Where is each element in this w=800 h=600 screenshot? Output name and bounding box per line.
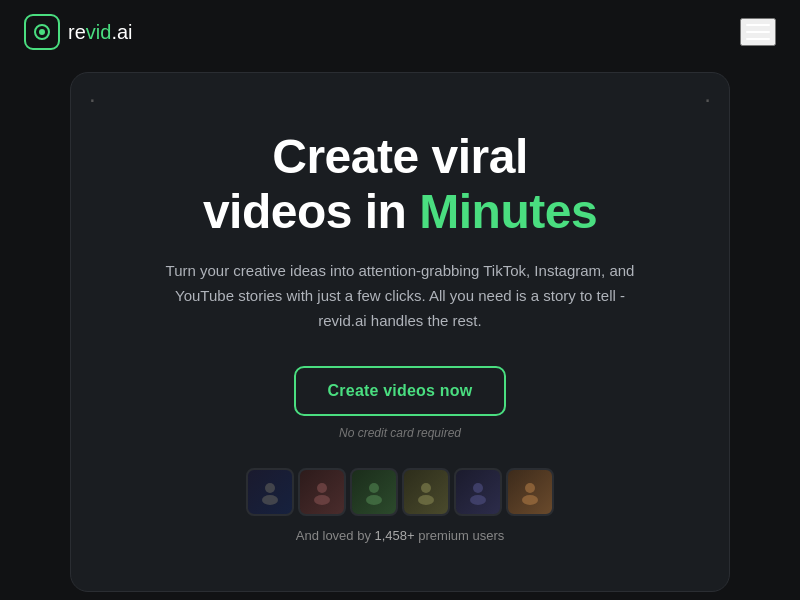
svg-point-8 — [366, 495, 382, 505]
user-avatar-5 — [454, 468, 502, 516]
headline-line1: Create viral — [272, 130, 528, 183]
loved-by-text: And loved by 1,458+ premium users — [296, 528, 504, 543]
user-avatar-3 — [350, 468, 398, 516]
no-credit-text: No credit card required — [339, 426, 461, 440]
hamburger-line-1 — [746, 24, 770, 26]
headline-accent: Minutes — [419, 185, 597, 238]
user-avatar-6 — [506, 468, 554, 516]
hamburger-line-2 — [746, 31, 770, 33]
svg-point-7 — [369, 483, 379, 493]
svg-point-12 — [470, 495, 486, 505]
headline-line2-plain: videos in — [203, 185, 419, 238]
site-header: revid.ai — [0, 0, 800, 64]
svg-point-2 — [39, 29, 45, 35]
menu-button[interactable] — [740, 18, 776, 46]
svg-point-5 — [317, 483, 327, 493]
loved-count: 1,458+ — [375, 528, 415, 543]
user-avatar-1 — [246, 468, 294, 516]
user-avatar-4 — [402, 468, 450, 516]
logo[interactable]: revid.ai — [24, 14, 133, 50]
svg-point-9 — [421, 483, 431, 493]
svg-point-14 — [522, 495, 538, 505]
cta-button[interactable]: Create videos now — [294, 366, 507, 416]
hero-section: Create viral videos in Minutes Turn your… — [0, 64, 800, 600]
svg-point-10 — [418, 495, 434, 505]
svg-point-6 — [314, 495, 330, 505]
svg-point-3 — [265, 483, 275, 493]
hero-subheadline: Turn your creative ideas into attention-… — [160, 259, 640, 333]
loved-suffix: premium users — [415, 528, 505, 543]
svg-point-4 — [262, 495, 278, 505]
user-avatar-2 — [298, 468, 346, 516]
logo-text: revid.ai — [68, 21, 133, 44]
logo-icon — [24, 14, 60, 50]
hero-card: Create viral videos in Minutes Turn your… — [70, 72, 730, 592]
svg-point-11 — [473, 483, 483, 493]
user-avatars — [246, 468, 554, 516]
hamburger-line-3 — [746, 38, 770, 40]
loved-prefix: And loved by — [296, 528, 375, 543]
svg-point-13 — [525, 483, 535, 493]
hero-headline: Create viral videos in Minutes — [203, 129, 597, 239]
